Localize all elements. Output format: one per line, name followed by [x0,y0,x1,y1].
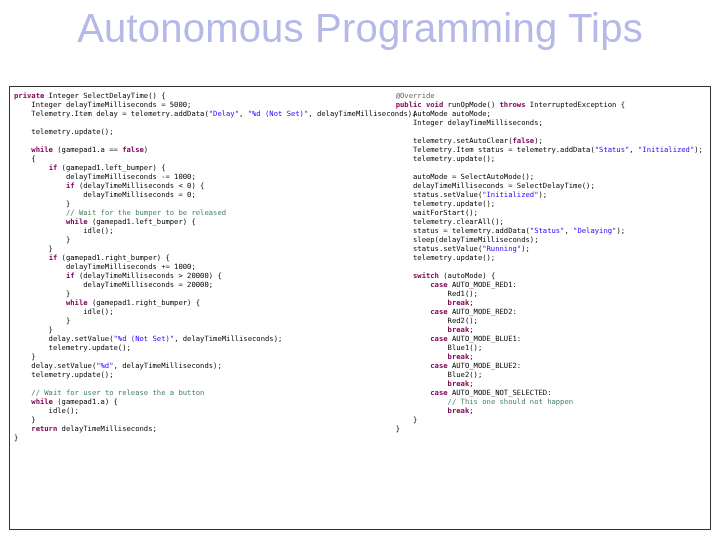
t: } [14,316,70,325]
t [396,352,448,361]
t: } [14,244,53,253]
t [396,307,431,316]
t: } [14,289,70,298]
t: while [31,145,53,154]
t: sleep(delayTimeMilliseconds); [396,235,539,244]
t: delay.setValue( [14,361,96,370]
t: ); [616,226,625,235]
t: "Delaying" [573,226,616,235]
t: Red1(); [396,289,478,298]
t: if [66,271,75,280]
t: ) [144,145,148,154]
t: case [430,307,447,316]
t: case [430,361,447,370]
t: Telemetry.Item status = telemetry.addDat… [396,145,595,154]
t: delayTimeMilliseconds = 0; [14,190,196,199]
t: case [430,280,447,289]
t: telemetry.update(); [396,154,496,163]
t: (gamepad1.a) { [53,397,118,406]
t: , [629,145,638,154]
t: Blue2(); [396,370,483,379]
t [396,298,448,307]
t: } [14,433,18,442]
t [14,253,49,262]
t: public void [396,100,444,109]
t [14,217,66,226]
t: "%d" [96,361,113,370]
t [14,181,66,190]
t [396,397,448,406]
t: { [14,154,36,163]
t: telemetry.setAutoClear( [396,136,513,145]
t [396,388,431,397]
t: private [14,91,44,100]
t [14,271,66,280]
t: ); [521,244,530,253]
t [396,406,448,415]
t: (delayTimeMilliseconds > 20000) { [75,271,222,280]
t: while [31,397,53,406]
t: (autoMode) { [439,271,495,280]
t: @Override [396,91,435,100]
t: ; [469,298,473,307]
t: if [49,253,58,262]
t: } [14,325,53,334]
t: telemetry.update(); [14,127,114,136]
t: Integer SelectDelayTime() { [44,91,165,100]
t: } [14,415,36,424]
t: AUTO_MODE_BLUE1: [448,334,522,343]
t: ; [469,352,473,361]
t: ; [469,379,473,388]
t: Integer delayTimeMilliseconds; [396,118,543,127]
t: , delayTimeMilliseconds); [174,334,282,343]
t: break [448,352,470,361]
t: "Initialized" [482,190,538,199]
t: status.setValue( [396,244,483,253]
t: delayTimeMilliseconds -= 1000; [14,172,196,181]
t: ; [469,406,473,415]
t: "Delay" [209,109,239,118]
t: idle(); [14,307,114,316]
t: } [14,352,36,361]
t: autoMode = SelectAutoMode(); [396,172,534,181]
code-left: private Integer SelectDelayTime() { Inte… [14,91,388,525]
t: case [430,388,447,397]
t: Red2(); [396,316,478,325]
t: (gamepad1.left_bumper) { [88,217,196,226]
t: } [14,235,70,244]
t: delayTimeMilliseconds; [57,424,157,433]
t [14,424,31,433]
t: break [448,298,470,307]
t: break [448,406,470,415]
t [14,208,66,217]
t [14,388,31,397]
t: (gamepad1.right_bumper) { [57,253,170,262]
t: return [31,424,57,433]
t: if [66,181,75,190]
t: , [564,226,573,235]
code-container: private Integer SelectDelayTime() { Inte… [9,86,711,530]
t: switch [413,271,439,280]
t: false [513,136,535,145]
t: telemetry.update(); [14,370,114,379]
t: delay.setValue( [14,334,114,343]
t: telemetry.update(); [396,199,496,208]
t: // Wait for the bumper to be released [66,208,226,217]
t: while [66,298,88,307]
t: AUTO_MODE_BLUE2: [448,361,522,370]
t: Blue1(); [396,343,483,352]
t: "%d (Not Set)" [248,109,309,118]
t: delayTimeMilliseconds = 20000; [14,280,213,289]
t: "Initialized" [638,145,694,154]
t: AutoMode autoMode; [396,109,491,118]
t: if [49,163,58,172]
t: delayTimeMilliseconds += 1000; [14,262,196,271]
t: (delayTimeMilliseconds < 0) { [75,181,205,190]
t: (gamepad1.a == [53,145,122,154]
code-right: @Override public void runOpMode() throws… [396,91,706,525]
t: } [396,424,400,433]
t [396,334,431,343]
t: status.setValue( [396,190,483,199]
slide-title: Autonomous Programming Tips [0,6,720,51]
slide: Autonomous Programming Tips private Inte… [0,0,720,540]
